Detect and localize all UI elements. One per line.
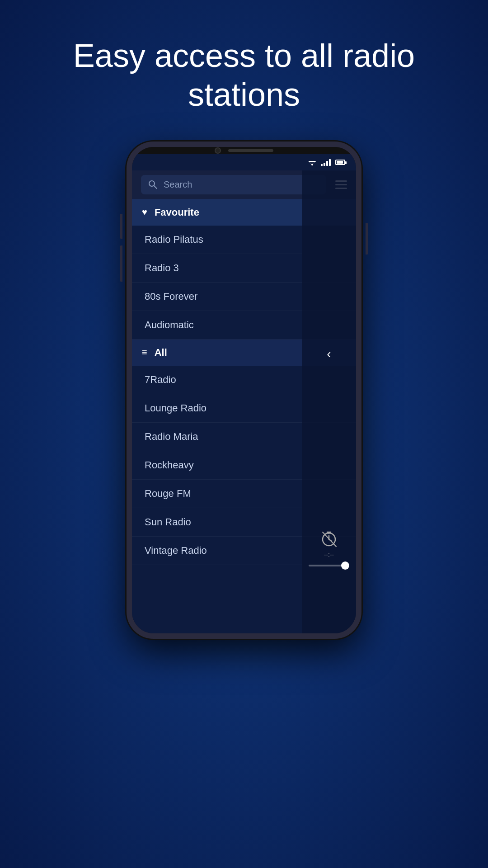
volume-up-button [120,214,122,239]
app-headline: Easy access to all radio stations [37,36,451,114]
volume-down-button [120,245,122,282]
headline-line1: Easy access to all radio [73,38,415,74]
right-panel: ‹ --:-- [302,170,356,633]
list-icon: ≡ [142,347,147,358]
timer-off-icon [319,528,339,548]
earpiece-speaker [228,149,273,152]
front-camera [215,147,221,154]
power-button [366,223,368,255]
timer-text: --:-- [324,551,334,558]
svg-line-4 [154,186,157,189]
status-bar [132,154,356,170]
battery-icon [335,160,345,165]
all-section-label: All [155,347,167,359]
wifi-icon [307,159,317,166]
volume-slider[interactable] [309,565,349,566]
search-placeholder: Search [164,179,192,190]
svg-point-2 [311,164,313,165]
phone-notch [132,147,356,154]
heart-icon: ♥ [142,207,147,217]
volume-thumb[interactable] [341,561,349,570]
headline-line2: stations [188,76,300,113]
search-icon [148,180,157,189]
phone-frame: Search ♥ Favourite Radio Pilatus Radio 3 [127,142,361,639]
favourite-section-label: Favourite [155,207,199,218]
search-field[interactable]: Search [141,175,326,194]
collapse-arrow-button[interactable]: ‹ [327,347,331,361]
signal-icon [321,159,331,166]
svg-point-3 [149,181,155,186]
phone-mockup: Search ♥ Favourite Radio Pilatus Radio 3 [127,142,361,639]
